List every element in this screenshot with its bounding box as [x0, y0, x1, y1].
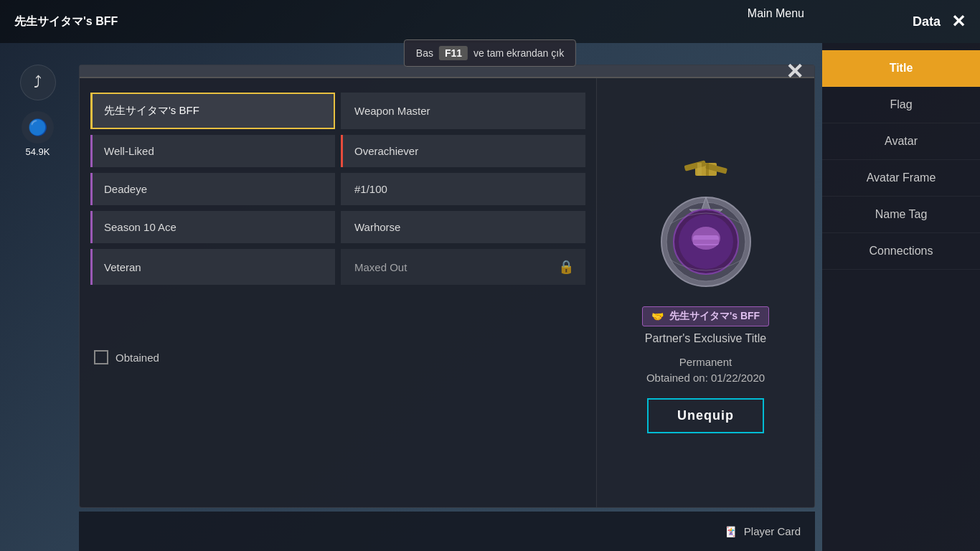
tooltip-prefix: Bas	[416, 47, 433, 59]
lock-icon: 🔒	[558, 259, 574, 275]
coin-display: 🔵 54.9K	[22, 111, 54, 157]
title-list-panel: 先生サイタマ's BFF Weapon Master Well-Liked Ov…	[80, 78, 596, 507]
coin-icon: 🔵	[22, 111, 54, 143]
coin-amount: 54.9K	[26, 146, 50, 157]
unequip-button[interactable]: Unequip	[647, 398, 764, 433]
tooltip-bar: Bas F11 ve tam ekrandan çık	[404, 39, 576, 67]
title-badge-icon: 🤝	[651, 311, 664, 322]
right-sidebar: Title Flag Avatar Avatar Frame Name Tag …	[822, 43, 980, 551]
title-label-season-ace: Season 10 Ace	[104, 221, 176, 233]
sidebar-item-title[interactable]: Title	[822, 50, 980, 87]
title-item-rank[interactable]: #1/100	[341, 173, 585, 205]
sidebar-item-avatar-frame[interactable]: Avatar Frame	[822, 160, 980, 197]
sidebar-item-flag[interactable]: Flag	[822, 87, 980, 123]
modal-body: 先生サイタマ's BFF Weapon Master Well-Liked Ov…	[80, 78, 814, 507]
title-badge: 🤝 先生サイタマ's BFF	[642, 306, 769, 326]
player-card-text: Player Card	[744, 525, 801, 537]
player-name-top: 先生サイタマ's BFF	[14, 14, 118, 29]
medal-svg	[641, 159, 771, 288]
title-item-well-liked[interactable]: Well-Liked	[90, 135, 335, 167]
svg-rect-4	[706, 163, 709, 176]
title-label-deadeye: Deadeye	[104, 183, 147, 195]
title-label-veteran: Veteran	[104, 261, 141, 273]
top-bar: 先生サイタマ's BFF Data ✕	[0, 0, 980, 43]
title-label-maxed-out: Maxed Out	[354, 261, 407, 273]
title-item-season-ace[interactable]: Season 10 Ace	[90, 211, 335, 243]
share-button[interactable]: ⤴	[20, 65, 56, 100]
left-sidebar: ⤴ 🔵 54.9K	[0, 43, 75, 157]
title-obtained-date: Obtained on: 01/22/2020	[646, 372, 765, 384]
title-label-rank: #1/100	[354, 183, 387, 195]
svg-rect-3	[697, 163, 702, 176]
sidebar-item-name-tag[interactable]: Name Tag	[822, 197, 980, 233]
player-card-footer: 🃏 Player Card	[79, 512, 815, 551]
player-card-icon: 🃏	[725, 526, 737, 537]
title-detail-panel: 🤝 先生サイタマ's BFF Partner's Exclusive Title…	[596, 78, 814, 507]
title-item-warhorse[interactable]: Warhorse	[341, 211, 585, 243]
svg-rect-12	[693, 240, 719, 244]
main-menu-link[interactable]: Main Menu	[748, 7, 804, 20]
title-label-weapon-master: Weapon Master	[354, 105, 430, 117]
title-label-overachiever: Overachiever	[354, 145, 418, 157]
title-permanent: Permanent	[679, 356, 732, 368]
tooltip-suffix: ve tam ekrandan çık	[473, 47, 564, 59]
tooltip-key: F11	[439, 46, 468, 60]
title-modal: ✕ 先生サイタマ's BFF Weapon Master Well-Liked …	[79, 65, 815, 508]
obtained-label: Obtained	[116, 352, 159, 364]
title-grid: 先生サイタマ's BFF Weapon Master Well-Liked Ov…	[90, 93, 585, 326]
title-item-weapon-master[interactable]: Weapon Master	[341, 93, 585, 129]
title-description: Partner's Exclusive Title	[645, 332, 766, 345]
title-label-well-liked: Well-Liked	[104, 145, 154, 157]
sidebar-item-connections[interactable]: Connections	[822, 233, 980, 270]
top-bar-right: Data ✕	[913, 11, 966, 32]
title-badge-text: 先生サイタマ's BFF	[669, 310, 760, 323]
data-label: Data	[913, 14, 941, 29]
title-item-deadeye[interactable]: Deadeye	[90, 173, 335, 205]
modal-close-button[interactable]: ✕	[786, 59, 804, 84]
sidebar-item-avatar[interactable]: Avatar	[822, 123, 980, 160]
title-item-bff[interactable]: 先生サイタマ's BFF	[90, 93, 335, 129]
title-item-veteran[interactable]: Veteran	[90, 249, 335, 285]
title-item-maxed-out[interactable]: Maxed Out 🔒	[341, 249, 585, 285]
share-icon: ⤴	[34, 73, 42, 92]
top-bar-left: 先生サイタマ's BFF	[14, 14, 118, 29]
title-label-bff: 先生サイタマ's BFF	[104, 104, 199, 118]
medal-container	[634, 152, 778, 296]
close-button-top[interactable]: ✕	[951, 11, 966, 32]
title-item-overachiever[interactable]: Overachiever	[341, 135, 585, 167]
title-label-warhorse: Warhorse	[354, 221, 400, 233]
modal-header: ✕	[80, 65, 814, 78]
obtained-row: Obtained	[90, 344, 585, 370]
obtained-checkbox[interactable]	[94, 350, 108, 364]
